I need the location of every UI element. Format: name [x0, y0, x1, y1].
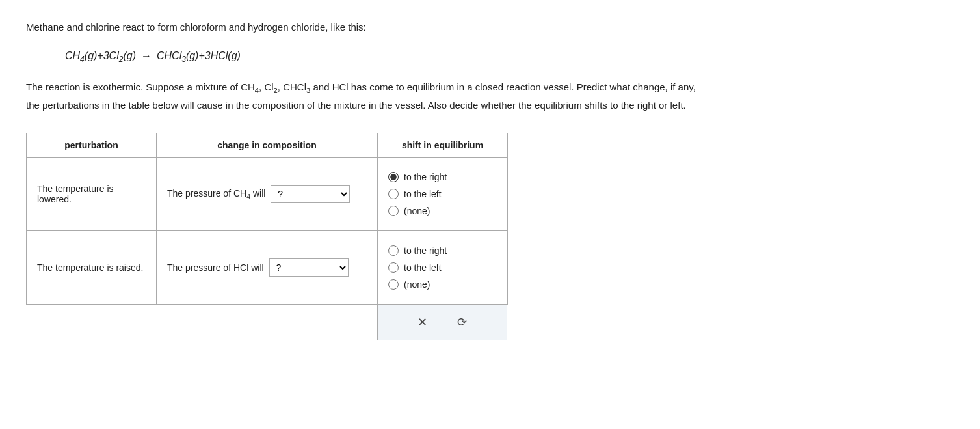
description-text: The reaction is exothermic. Suppose a mi…	[26, 79, 954, 114]
perturbation-text-1: The temperature is lowered.	[37, 184, 114, 204]
composition-cell-1: The pressure of CH4 will ? increase decr…	[157, 158, 378, 231]
table-row: The temperature is lowered. The pressure…	[27, 158, 508, 231]
composition-label-2: The pressure of HCl will	[167, 262, 264, 273]
equation-right: CHCl3(g)+3HCl(g)	[157, 47, 241, 67]
radio-option-left-2[interactable]: to the left	[388, 262, 497, 273]
shift-cell-2: to the right to the left (none)	[378, 231, 508, 305]
composition-cell-2: The pressure of HCl will ? increase decr…	[157, 231, 378, 305]
shift-radio-group-2: to the right to the left (none)	[388, 242, 497, 294]
reset-button[interactable]: ⟳	[452, 312, 472, 332]
equation-left: CH4(g)+3Cl2(g)	[65, 47, 136, 67]
chemical-equation: CH4(g)+3Cl2(g) → CHCl3(g)+3HCl(g)	[65, 47, 954, 67]
radio-none-1[interactable]	[388, 206, 399, 216]
radio-option-none-1[interactable]: (none)	[388, 206, 497, 216]
clear-icon: ✕	[417, 315, 427, 329]
radio-option-none-2[interactable]: (none)	[388, 279, 497, 290]
radio-label-left-1: to the left	[404, 189, 442, 199]
col-header-shift: shift in equilibrium	[378, 133, 508, 158]
equilibrium-table: perturbation change in composition shift…	[26, 133, 508, 305]
reset-icon: ⟳	[457, 315, 467, 329]
perturbation-cell-2: The temperature is raised.	[27, 231, 157, 305]
radio-label-none-1: (none)	[404, 206, 430, 216]
shift-radio-group-1: to the right to the left (none)	[388, 168, 497, 220]
radio-label-left-2: to the left	[404, 262, 442, 273]
radio-option-right-1[interactable]: to the right	[388, 172, 497, 182]
radio-label-none-2: (none)	[404, 279, 430, 290]
composition-label-1: The pressure of CH4 will	[167, 188, 265, 201]
radio-label-right-2: to the right	[404, 245, 447, 256]
composition-dropdown-1[interactable]: ? increase decrease stay the same	[271, 185, 350, 203]
clear-button[interactable]: ✕	[412, 312, 432, 332]
radio-left-1[interactable]	[388, 189, 399, 199]
radio-option-right-2[interactable]: to the right	[388, 245, 497, 256]
equation-arrow: →	[141, 47, 152, 66]
radio-label-right-1: to the right	[404, 172, 447, 182]
intro-line1: Methane and chlorine react to form chlor…	[26, 20, 954, 35]
composition-dropdown-2[interactable]: ? increase decrease stay the same	[269, 258, 349, 277]
table-row: The temperature is raised. The pressure …	[27, 231, 508, 305]
radio-none-2[interactable]	[388, 279, 399, 290]
radio-option-left-1[interactable]: to the left	[388, 189, 497, 199]
action-bar: ✕ ⟳	[377, 305, 507, 340]
radio-right-1[interactable]	[388, 172, 399, 182]
col-header-perturbation: perturbation	[27, 133, 157, 158]
col-header-composition: change in composition	[157, 133, 378, 158]
radio-left-2[interactable]	[388, 262, 399, 273]
shift-cell-1: to the right to the left (none)	[378, 158, 508, 231]
radio-right-2[interactable]	[388, 245, 399, 256]
perturbation-text-2: The temperature is raised.	[37, 262, 143, 273]
perturbation-cell-1: The temperature is lowered.	[27, 158, 157, 231]
